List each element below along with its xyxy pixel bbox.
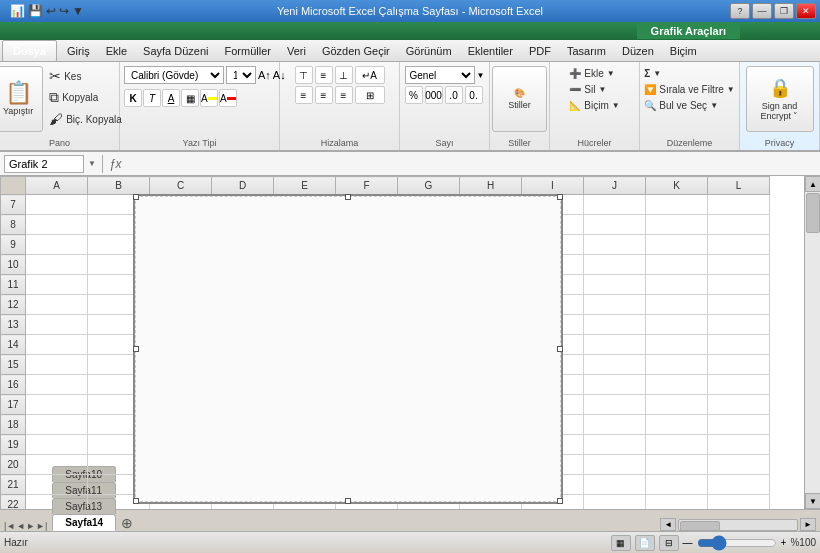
menu-sayfa-duzeni[interactable]: Sayfa Düzeni — [135, 43, 216, 59]
comma-btn[interactable]: 000 — [425, 86, 443, 104]
sirala-filtre-button[interactable]: 🔽 Sırala ve Filtre ▼ — [640, 82, 738, 97]
sil-button[interactable]: ➖ Sil ▼ — [565, 82, 623, 97]
cell-J17[interactable] — [584, 395, 646, 415]
col-header-A[interactable]: A — [26, 177, 88, 195]
undo-btn[interactable]: ↩ — [46, 4, 56, 18]
cell-L17[interactable] — [708, 395, 770, 415]
yapistir-button[interactable]: 📋 Yapıştır — [0, 66, 43, 132]
font-size-select[interactable]: 10 — [226, 66, 256, 84]
cell-J13[interactable] — [584, 315, 646, 335]
cell-L10[interactable] — [708, 255, 770, 275]
cell-A12[interactable] — [26, 295, 88, 315]
normal-view-btn[interactable]: ▦ — [611, 535, 631, 551]
align-center-btn[interactable]: ≡ — [315, 86, 333, 104]
menu-gorunum[interactable]: Görünüm — [398, 43, 460, 59]
row-label-12[interactable]: 12 — [1, 295, 26, 315]
row-label-19[interactable]: 19 — [1, 435, 26, 455]
page-layout-btn[interactable]: 📄 — [635, 535, 655, 551]
row-label-15[interactable]: 15 — [1, 355, 26, 375]
cell-K7[interactable] — [646, 195, 708, 215]
new-sheet-btn[interactable]: ⊕ — [121, 515, 133, 531]
cell-L8[interactable] — [708, 215, 770, 235]
bold-button[interactable]: K — [124, 89, 142, 107]
bicim-button[interactable]: 📐 Biçim ▼ — [565, 98, 623, 113]
cell-A16[interactable] — [26, 375, 88, 395]
cell-J9[interactable] — [584, 235, 646, 255]
fill-color-button[interactable]: A — [200, 89, 218, 107]
restore-btn[interactable]: ❐ — [774, 3, 794, 19]
cell-L22[interactable] — [708, 495, 770, 510]
cell-A19[interactable] — [26, 435, 88, 455]
tab-last-btn[interactable]: ►| — [36, 521, 47, 531]
menu-duzen[interactable]: Düzen — [614, 43, 662, 59]
menu-gozden-gecir[interactable]: Gözden Geçir — [314, 43, 398, 59]
cell-K19[interactable] — [646, 435, 708, 455]
col-header-K[interactable]: K — [646, 177, 708, 195]
vertical-scrollbar[interactable]: ▲ ▼ — [804, 176, 820, 509]
kes-button[interactable]: ✂ Kes — [45, 66, 126, 86]
increase-decimal-btn[interactable]: .0 — [445, 86, 463, 104]
cell-L20[interactable] — [708, 455, 770, 475]
menu-veri[interactable]: Veri — [279, 43, 314, 59]
tab-first-btn[interactable]: |◄ — [4, 521, 15, 531]
row-label-20[interactable]: 20 — [1, 455, 26, 475]
cell-J14[interactable] — [584, 335, 646, 355]
cell-A18[interactable] — [26, 415, 88, 435]
font-color-button[interactable]: A — [219, 89, 237, 107]
sheet-tab-sayfa14[interactable]: Sayfa14 — [52, 514, 116, 531]
cell-A13[interactable] — [26, 315, 88, 335]
col-header-D[interactable]: D — [212, 177, 274, 195]
bicim-arrow[interactable]: ▼ — [612, 101, 620, 110]
cell-K22[interactable] — [646, 495, 708, 510]
scroll-thumb[interactable] — [806, 193, 820, 233]
cell-L11[interactable] — [708, 275, 770, 295]
cell-J8[interactable] — [584, 215, 646, 235]
chart-handle-mr[interactable] — [557, 346, 563, 352]
scroll-track[interactable] — [805, 192, 820, 493]
menu-pdf[interactable]: PDF — [521, 43, 559, 59]
col-header-B[interactable]: B — [88, 177, 150, 195]
cell-J10[interactable] — [584, 255, 646, 275]
undo-arrow-btn[interactable]: ↪ — [59, 4, 69, 18]
menu-dosya[interactable]: Dosya — [2, 40, 57, 62]
sign-encrypt-button[interactable]: 🔒 Sign and Encrypt ˅ — [746, 66, 814, 132]
number-format-arrow[interactable]: ▼ — [477, 71, 485, 80]
col-header-E[interactable]: E — [274, 177, 336, 195]
wrap-text-btn[interactable]: ↵A — [355, 66, 385, 84]
row-label-11[interactable]: 11 — [1, 275, 26, 295]
cell-J21[interactable] — [584, 475, 646, 495]
row-label-22[interactable]: 22 — [1, 495, 26, 510]
col-header-I[interactable]: I — [522, 177, 584, 195]
cell-K10[interactable] — [646, 255, 708, 275]
cell-J12[interactable] — [584, 295, 646, 315]
row-label-8[interactable]: 8 — [1, 215, 26, 235]
align-top-btn[interactable]: ⊤ — [295, 66, 313, 84]
cell-K8[interactable] — [646, 215, 708, 235]
cell-L15[interactable] — [708, 355, 770, 375]
horizontal-scrollbar[interactable]: ◄ ► — [134, 518, 816, 531]
h-scroll-thumb[interactable] — [680, 521, 720, 531]
border-button[interactable]: ▦ — [181, 89, 199, 107]
cell-A22[interactable] — [26, 495, 88, 510]
scroll-up-btn[interactable]: ▲ — [805, 176, 820, 192]
row-label-13[interactable]: 13 — [1, 315, 26, 335]
col-header-H[interactable]: H — [460, 177, 522, 195]
chart-handle-bm[interactable] — [345, 498, 351, 504]
ekle-button[interactable]: ➕ Ekle ▼ — [565, 66, 623, 81]
cell-A11[interactable] — [26, 275, 88, 295]
merge-btn[interactable]: ⊞ — [355, 86, 385, 104]
chart-handle-tr[interactable] — [557, 194, 563, 200]
bic-kopyala-button[interactable]: 🖌 Biç. Kopyala — [45, 109, 126, 129]
cell-K9[interactable] — [646, 235, 708, 255]
cell-K20[interactable] — [646, 455, 708, 475]
zoom-slider[interactable] — [697, 537, 777, 549]
cell-A17[interactable] — [26, 395, 88, 415]
chart-handle-br[interactable] — [557, 498, 563, 504]
cell-J16[interactable] — [584, 375, 646, 395]
formula-input[interactable] — [126, 155, 816, 173]
zoom-minus[interactable]: — — [683, 537, 693, 548]
tab-prev-btn[interactable]: ◄ — [16, 521, 25, 531]
tab-next-btn[interactable]: ► — [26, 521, 35, 531]
quick-access-arrow[interactable]: ▼ — [72, 4, 84, 18]
row-label-18[interactable]: 18 — [1, 415, 26, 435]
